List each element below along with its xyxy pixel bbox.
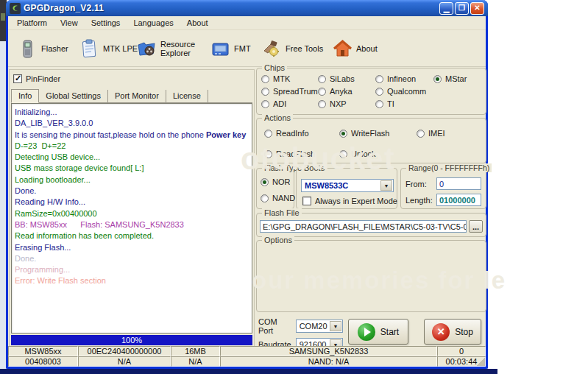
log-line: Programming...	[15, 264, 249, 275]
tab-bar: Info Global Settings Port Monitor Licens…	[11, 90, 252, 103]
clipboard-icon	[79, 39, 99, 59]
radio-nor[interactable]: NOR	[261, 177, 295, 186]
window-title: GPGDragon_V2.11	[24, 3, 104, 13]
expert-mode-row: Always in Expert Mode	[302, 197, 397, 205]
taskbar-edge	[0, 369, 497, 374]
radio-writeflash[interactable]: WriteFlash	[339, 129, 417, 138]
log-line: D-=23 D+=22	[15, 141, 249, 152]
stop-button[interactable]: ✕ Stop	[424, 319, 481, 345]
stop-x-icon: ✕	[432, 323, 450, 341]
minimize-button[interactable]: ▁	[439, 2, 453, 15]
title-bar: GPGDragon_V2.11 ▁ ❐ ✕	[6, 0, 488, 16]
play-icon	[358, 323, 375, 341]
toolbar-flasher-button[interactable]: Flasher	[18, 36, 68, 61]
menu-settings[interactable]: Settings	[85, 17, 127, 29]
length-label: Length:	[405, 196, 433, 205]
device-icon	[210, 39, 230, 59]
status-flash-name: SAMSUNG_K5N2833	[220, 346, 437, 356]
log-line: Loading bootloader...	[15, 174, 249, 186]
status-count: 0	[437, 346, 486, 356]
radio-unlock[interactable]: Unlock	[339, 149, 417, 158]
toolbar-resource-explorer-button[interactable]: Resource Explorer	[137, 36, 199, 61]
chevron-down-icon[interactable]: ▼	[330, 321, 341, 331]
browse-button[interactable]: ...	[469, 220, 483, 233]
log-line: Erasing Flash...	[15, 242, 249, 253]
close-button[interactable]: ✕	[470, 2, 484, 15]
log-line: Detecting USB device...	[15, 152, 249, 163]
toolbar-about-button[interactable]: About	[333, 36, 378, 61]
flash-type-group: Flash Type NOR NAND	[256, 168, 294, 209]
from-field[interactable]: 0	[436, 177, 481, 190]
pinfinder-label: PinFinder	[26, 74, 60, 83]
resize-grip-icon[interactable]	[476, 357, 485, 366]
status-size: 16MB	[171, 346, 220, 356]
progress-bar: 100%	[11, 335, 252, 345]
range-group-title: Range(0 - FFFFFFFFh)	[406, 163, 492, 172]
maximize-button[interactable]: ❐	[455, 2, 469, 15]
status-bar: MSW85xx 00EC240400000000 16MB SAMSUNG_K5…	[8, 346, 486, 367]
home-icon	[333, 39, 353, 59]
flash-file-group-title: Flash File	[262, 208, 302, 217]
chevron-down-icon[interactable]: ▼	[380, 180, 392, 191]
radio-mstar[interactable]: MStar	[433, 74, 483, 83]
toolbar-fmt-button[interactable]: FMT	[210, 36, 251, 61]
tab-global-settings[interactable]: Global Settings	[39, 90, 108, 102]
radio-adi[interactable]: ADI	[261, 99, 318, 108]
actions-group: Actions ReadInfo WriteFlash IMEI ReadFla…	[256, 118, 486, 163]
status-row-1: MSW85xx 00EC240400000000 16MB SAMSUNG_K5…	[8, 346, 486, 356]
length-field[interactable]: 01000000	[436, 194, 481, 206]
expert-mode-checkbox[interactable]	[302, 197, 311, 205]
status-row-2: 00408003 N/A N/A NAND: N/A 00:03:44	[8, 356, 486, 367]
log-line: USB mass storage device found[ L:]	[15, 163, 249, 174]
left-panel: PinFinder Info Global Settings Port Moni…	[9, 69, 255, 347]
log-line: Reading H/W Info...	[15, 197, 249, 208]
tab-info[interactable]: Info	[11, 89, 39, 103]
radio-imei[interactable]: IMEI	[417, 129, 483, 138]
tab-port-monitor[interactable]: Port Monitor	[108, 90, 166, 102]
radio-readinfo[interactable]: ReadInfo	[264, 129, 339, 138]
radio-ti[interactable]: TI	[375, 99, 483, 108]
tab-license[interactable]: License	[166, 90, 208, 102]
boots-dropdown[interactable]: MSW8533C ▼	[301, 179, 394, 192]
boots-group-title: Boots	[302, 163, 327, 172]
log-area[interactable]: Initializing...DA_LIB_VER_3.9.0.0It is s…	[11, 103, 252, 334]
radio-qualcomm[interactable]: Qualcomm	[375, 87, 483, 96]
menu-bar: Platform View Settings Languages About	[8, 16, 486, 30]
radio-spreadtrum[interactable]: SpreadTrum	[261, 87, 318, 96]
status-nand: NAND: N/A	[220, 356, 437, 367]
chips-group-title: Chips	[262, 63, 287, 72]
com-port-label: COM Port	[258, 317, 293, 335]
options-group-title: Options	[262, 236, 294, 244]
pinfinder-row: PinFinder	[13, 74, 60, 83]
radio-infineon[interactable]: Infineon	[375, 74, 433, 83]
from-label: From:	[405, 180, 433, 188]
flash-file-path-field[interactable]: E:\GPG_DRAGON\FLASH_FILE\MSTAR\C5-03-TV\…	[260, 220, 467, 233]
radio-mtk[interactable]: MTK	[261, 74, 318, 83]
log-line: Done.	[15, 186, 249, 197]
log-line: Done.	[15, 253, 249, 264]
chips-group: Chips MTK SiLabs Infineon MStar SpreadTr…	[256, 68, 486, 115]
radio-nand[interactable]: NAND	[261, 194, 295, 202]
toolbar: Flasher MTK LPE Resource Explorer	[8, 30, 486, 67]
pinfinder-checkbox[interactable]	[13, 74, 22, 83]
start-button[interactable]: Start	[348, 319, 408, 345]
radio-readflash[interactable]: ReadFlash	[264, 149, 339, 158]
log-line: Read information has been completed.	[15, 230, 249, 241]
log-line: It is sensing the pinout fast,please hol…	[15, 130, 249, 141]
radio-anyka[interactable]: Anyka	[318, 87, 375, 96]
status-na-1: N/A	[78, 356, 171, 367]
log-line: Error: Write Flash section	[15, 275, 249, 286]
toolbar-mtk-lpe-button[interactable]: MTK LPE	[79, 36, 138, 61]
com-port-dropdown[interactable]: COM20 ▼	[296, 320, 343, 333]
log-line: Initializing...	[15, 107, 249, 118]
tools-icon	[262, 39, 282, 59]
menu-about[interactable]: About	[181, 17, 214, 29]
toolbar-free-tools-button[interactable]: Free Tools	[262, 36, 323, 61]
log-line: DA_LIB_VER_3.9.0.0	[15, 118, 249, 129]
app-logo-icon	[10, 3, 21, 14]
menu-view[interactable]: View	[54, 17, 84, 29]
radio-nxp[interactable]: NXP	[318, 99, 375, 108]
radio-silabs[interactable]: SiLabs	[318, 74, 375, 83]
menu-languages[interactable]: Languages	[127, 17, 179, 29]
menu-platform[interactable]: Platform	[11, 17, 53, 29]
